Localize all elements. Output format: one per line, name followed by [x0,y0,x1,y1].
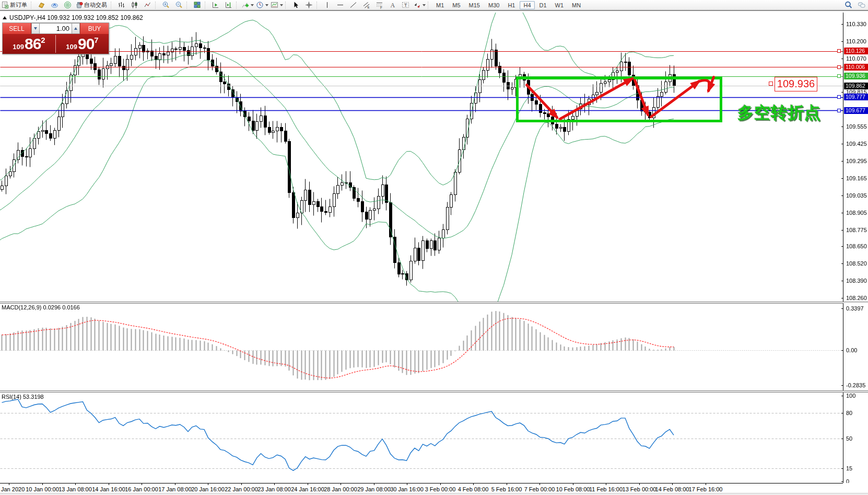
text-icon: A [389,1,396,9]
buy-button[interactable]: BUY [80,23,109,34]
turning-point-annotation[interactable]: 多空转折点 [737,102,821,124]
autoscroll-icon [212,1,219,9]
macd-axis[interactable]: 0.33970.00-0.2835 [843,303,868,390]
timeframe-h1-button[interactable]: H1 [504,1,519,9]
main-chart-canvas[interactable] [0,13,843,302]
macd-panel-canvas[interactable] [0,303,843,390]
time-tick-label: 14 Feb 08:00 [655,486,689,492]
macd-tick-label: 0.3397 [846,305,864,312]
toolbar-separator [236,2,239,9]
chart-window: 110.330110.200110.070109.815109.555109.4… [0,10,868,495]
time-tick-label: 30 Jan 16:00 [390,486,424,492]
trendline-icon [349,1,357,9]
chat-button[interactable] [855,1,868,9]
sell-price-prefix: 109 [13,43,24,51]
trendline-button[interactable] [347,1,360,9]
chart-shift-button[interactable] [222,1,235,9]
price-tick-label: 108.520 [846,260,867,267]
templates-button[interactable] [269,1,284,9]
timeframe-mn-button[interactable]: MN [568,1,584,9]
sell-button[interactable]: SELL [3,23,31,34]
callout-anchor-handle[interactable] [769,82,773,86]
search-icon [844,1,852,9]
search-button[interactable] [842,1,855,9]
price-tick-label: 108.260 [846,295,867,301]
buy-price-prefix: 109 [66,43,77,51]
timeframe-m30-button[interactable]: M30 [485,1,503,9]
timeframe-m15-button[interactable]: M15 [465,1,484,9]
fibonacci-button[interactable]: F [373,1,386,9]
price-tick-label: 109.165 [846,175,867,181]
price-tick-label: 108.905 [846,210,867,216]
toolbar-button-label: 新订单 [10,1,27,9]
new-order-button[interactable]: 新订单 [0,1,30,9]
buy-price[interactable]: 109907 [56,34,109,54]
price-tick-label: 109.425 [846,141,867,147]
chevron-down-icon [34,27,37,30]
timeframe-m1-button[interactable]: M1 [432,1,448,9]
price-axis[interactable]: 110.330110.200110.070109.815109.555109.4… [843,13,868,302]
text-label-button[interactable]: T [399,1,412,9]
cursor-button[interactable] [289,1,302,9]
time-tick-label: 17 Jan 08:00 [158,486,192,492]
signals-button[interactable] [61,1,74,9]
timeframe-w1-button[interactable]: W1 [552,1,568,9]
line-anchor-handle[interactable] [837,74,841,78]
line-chart-icon [144,1,151,9]
candlestick-chart-button[interactable] [128,1,141,9]
line-anchor-handle[interactable] [837,65,841,69]
vertical-line-button[interactable] [321,1,334,9]
toolbar-separator [428,2,430,9]
time-tick-label: 13 Jan 08:00 [58,486,92,492]
time-tick-label: 10 Jan 00:00 [26,486,59,492]
chevron-down-icon [251,4,254,6]
line-anchor-handle[interactable] [837,95,841,99]
volume-increase-button[interactable] [72,23,80,34]
buy-price-pip: 7 [94,36,98,44]
zoom-out-button[interactable] [172,1,185,9]
arrows-button[interactable] [412,1,427,9]
rsi-panel-canvas[interactable] [0,393,843,483]
mt4-terminal: 新订单自动交易EFATM1M5M15M30H1H4D1W1MN 110.3301… [0,0,868,495]
volume-input[interactable]: 1.00 [40,23,72,34]
price-tick-label: 108.390 [846,278,867,284]
chevron-up-icon [74,27,77,30]
price-marker-badge: 109.777 [844,94,868,100]
label-icon: T [402,1,409,9]
new-order-icon [1,1,9,9]
sell-price[interactable]: 109862 [3,34,55,54]
time-tick-label: 16 Jan 00:00 [125,486,158,492]
price-tick-label: 108.650 [846,243,867,249]
indicators-button[interactable] [240,1,255,9]
cloud-icon [51,1,58,9]
zoom-in-icon [162,1,170,9]
text-button[interactable]: A [386,1,399,9]
equidistant-channel-button[interactable]: E [360,1,373,9]
toolbar-separator [316,2,319,9]
time-tick-label: 14 Jan 16:00 [92,486,125,492]
market-button[interactable] [35,1,48,9]
tile-windows-button[interactable] [191,1,204,9]
crosshair-button[interactable] [302,1,315,9]
price-tick-label: 109.295 [846,158,867,164]
chat-icon [858,1,865,9]
line-chart-button[interactable] [141,1,154,9]
volume-decrease-button[interactable] [31,23,40,34]
autoscroll-button[interactable] [209,1,222,9]
rsi-axis[interactable]: 1008050150 [843,393,868,483]
timeframe-h4-button[interactable]: H4 [520,1,534,9]
zoom-in-button[interactable] [159,1,172,9]
price-tick-label: 110.330 [846,21,866,27]
line-anchor-handle[interactable] [837,49,841,53]
timeframe-d1-button[interactable]: D1 [536,1,550,9]
bar-chart-button[interactable] [115,1,128,9]
time-tick-label: 29 Jan 08:00 [357,486,391,492]
periods-button[interactable] [255,1,269,9]
cloud-sync-button[interactable] [48,1,61,9]
horizontal-line-button[interactable] [334,1,347,9]
autotrading-button[interactable]: 自动交易 [74,1,110,9]
timeframe-m5-button[interactable]: M5 [449,1,464,9]
line-anchor-handle[interactable] [837,109,841,112]
price-callout-label[interactable]: 109.936 [775,77,817,91]
fibo-icon: F [376,1,383,9]
